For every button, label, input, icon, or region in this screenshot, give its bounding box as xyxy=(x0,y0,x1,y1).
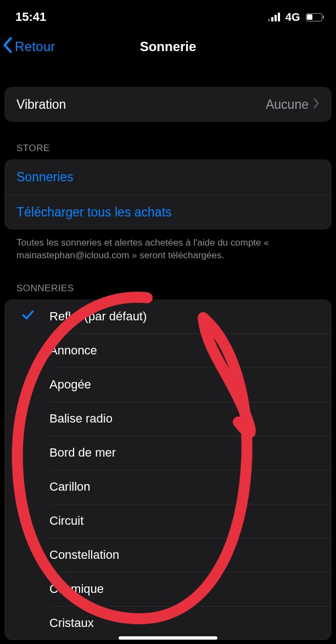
ringtone-label: Balise radio xyxy=(49,412,113,426)
ringtone-row[interactable]: Cosmique xyxy=(4,572,332,606)
ringtone-row[interactable]: Circuit xyxy=(4,504,332,538)
store-footer: Toutes les sonneries et alertes achetées… xyxy=(4,230,332,262)
ringtone-label: Circuit xyxy=(49,514,83,528)
ringtone-label: Carillon xyxy=(49,480,91,494)
store-ringtones-label: Sonneries xyxy=(16,170,74,185)
home-indicator xyxy=(119,636,217,640)
ringtone-row[interactable]: Constellation xyxy=(4,538,332,572)
store-download-row[interactable]: Télécharger tous les achats xyxy=(4,195,332,230)
checkmark-icon xyxy=(21,308,35,325)
ringtone-label: Cosmique xyxy=(49,582,104,596)
network-label: 4G xyxy=(285,11,300,24)
back-label: Retour xyxy=(15,39,55,54)
back-button[interactable]: Retour xyxy=(2,37,55,57)
ringtone-row[interactable]: Apogée xyxy=(4,368,332,402)
ringtone-row[interactable]: Carillon xyxy=(4,470,332,504)
vibration-value: Aucune xyxy=(266,97,309,112)
ringtone-label: Constellation xyxy=(49,548,119,562)
ringtone-row[interactable]: Balise radio xyxy=(4,402,332,436)
chevron-left-icon xyxy=(2,37,13,57)
status-time: 15:41 xyxy=(15,10,46,24)
store-download-label: Télécharger tous les achats xyxy=(16,205,172,220)
store-group: Sonneries Télécharger tous les achats xyxy=(4,159,332,230)
ringtone-label: Bord de mer xyxy=(49,446,116,460)
vibration-label: Vibration xyxy=(16,97,66,112)
ringtones-header: SONNERIES xyxy=(4,262,332,299)
ringtone-row[interactable]: Cristaux xyxy=(4,606,332,640)
battery-icon xyxy=(306,13,324,21)
ringtone-row[interactable]: Reflet (par défaut) xyxy=(4,299,332,334)
cellular-signal-icon xyxy=(268,13,280,21)
ringtone-label: Apogée xyxy=(49,377,91,392)
status-right: 4G xyxy=(268,11,324,24)
status-bar: 15:41 4G xyxy=(0,0,336,31)
ringtone-label: Cristaux xyxy=(49,616,94,630)
ringtone-label: Reflet (par défaut) xyxy=(49,309,147,324)
nav-bar: Retour Sonnerie xyxy=(0,31,336,63)
vibration-group: Vibration Aucune xyxy=(4,87,332,122)
store-header: STORE xyxy=(4,122,332,159)
ringtone-label: Annonce xyxy=(49,343,97,358)
chevron-right-icon xyxy=(313,97,320,112)
ringtone-row[interactable]: Bord de mer xyxy=(4,436,332,470)
ringtones-group: Reflet (par défaut)AnnonceApogéeBalise r… xyxy=(4,299,332,640)
ringtone-row[interactable]: Annonce xyxy=(4,334,332,368)
page-title: Sonnerie xyxy=(140,39,197,54)
vibration-row[interactable]: Vibration Aucune xyxy=(4,87,332,122)
store-ringtones-row[interactable]: Sonneries xyxy=(4,159,332,195)
